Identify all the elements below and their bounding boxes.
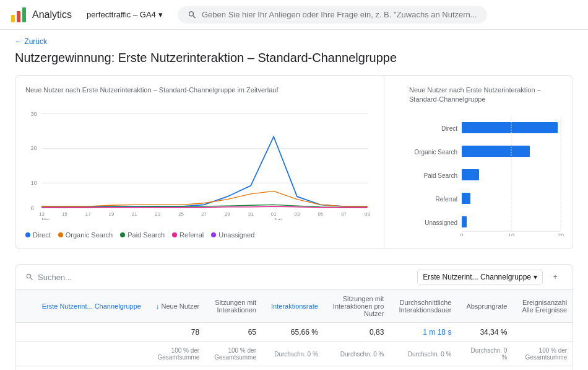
analytics-title: Analytics	[32, 9, 72, 20]
plus-icon: +	[553, 273, 557, 281]
app-header: Analytics perfecttraffic – GA4 ▾	[0, 0, 588, 30]
legend-referral-dot	[172, 232, 177, 237]
filter-dropdown-icon: ▾	[534, 273, 537, 281]
row1-sitzungen: 45	[207, 366, 264, 370]
sub-absprung: Durchschn. 0 %	[459, 342, 514, 366]
svg-text:23: 23	[155, 211, 160, 217]
row1-ereignisse	[514, 366, 573, 370]
search-small-icon	[25, 273, 34, 281]
svg-text:10: 10	[31, 180, 37, 186]
sub-ereignisse: 100 % der Gesamtsumme	[514, 342, 573, 366]
col-ereignisse[interactable]: EreignisanzahlAlle Ereignisse	[514, 290, 573, 323]
svg-text:21: 21	[132, 211, 137, 217]
svg-rect-0	[11, 15, 15, 22]
total-channel	[35, 323, 149, 342]
total-row: 78 65 65,66 % 0,83 1 m 18 s 34,34 %	[15, 323, 573, 342]
col-channel[interactable]: Erste Nutzerint... Channelgruppe	[35, 290, 149, 323]
svg-text:Paid Search: Paid Search	[424, 172, 457, 179]
svg-text:29: 29	[225, 211, 230, 217]
total-dauer: 1 m 18 s	[391, 323, 459, 342]
svg-rect-33	[462, 169, 479, 180]
line-chart-legend: Direct Organic Search Paid Search Referr…	[25, 231, 374, 239]
svg-text:20: 20	[558, 232, 564, 236]
col-interaktionsrate[interactable]: Interaktionsrate	[264, 290, 326, 323]
svg-text:27: 27	[201, 211, 207, 217]
total-sitzungen: 65	[207, 323, 264, 342]
col-absprung[interactable]: Absprungrate	[459, 290, 514, 323]
svg-rect-2	[22, 7, 26, 22]
svg-text:03: 03	[295, 211, 300, 217]
sub-num: -	[15, 342, 35, 366]
search-bar[interactable]	[178, 6, 487, 24]
svg-text:30: 30	[31, 111, 37, 117]
sub-sitzungen: 100 % der Gesamtsumme	[207, 342, 264, 366]
bar-chart-svg: Direct Organic Search Paid Search Referr…	[409, 112, 570, 236]
total-absprung: 34,34 %	[459, 323, 514, 342]
svg-text:05: 05	[318, 211, 323, 217]
col-dauer[interactable]: DurchschnittlicheInteraktionsdauer	[391, 290, 459, 323]
col-sitzungen[interactable]: Sitzungen mitInteraktionen	[207, 290, 264, 323]
logo-area: Analytics	[10, 6, 72, 24]
row1-channel[interactable]: Direct	[35, 366, 149, 370]
svg-text:10: 10	[508, 232, 514, 236]
sub-channel	[35, 342, 149, 366]
filter-label: Erste Nutzerint... Channelgruppe	[423, 273, 531, 281]
svg-text:Unassigned: Unassigned	[425, 219, 457, 226]
col-sitzungen-pro[interactable]: Sitzungen mitInteraktionen proNutzer	[326, 290, 392, 323]
legend-direct-label: Direct	[33, 231, 51, 239]
dropdown-arrow-icon: ▾	[158, 10, 163, 19]
table-filter-dropdown[interactable]: Erste Nutzerint... Channelgruppe ▾	[417, 270, 543, 284]
svg-text:20: 20	[31, 146, 37, 152]
legend-referral: Referral	[172, 231, 204, 239]
legend-unassigned: Unassigned	[211, 231, 254, 239]
svg-text:15: 15	[62, 211, 67, 217]
table-toolbar: Suchen... Erste Nutzerint... Channelgrup…	[15, 265, 573, 290]
legend-referral-label: Referral	[179, 231, 204, 239]
row1-num: 1	[15, 366, 35, 370]
table-header-row: Erste Nutzerint... Channelgruppe ↓ Neue …	[15, 290, 573, 323]
svg-text:01: 01	[271, 211, 277, 217]
breadcrumb[interactable]: ← Zurück	[0, 30, 588, 48]
search-input[interactable]	[202, 10, 477, 19]
search-placeholder-text: Suchen...	[38, 273, 72, 282]
legend-direct: Direct	[25, 231, 51, 239]
svg-text:25: 25	[178, 211, 184, 217]
table-section: Suchen... Erste Nutzerint... Channelgrup…	[15, 264, 573, 370]
table-row: 1 Direct 52 45 68,18 % 0,87 1 m 20 s 31,…	[15, 366, 573, 370]
sub-dauer: Durchschn. 0 %	[391, 342, 459, 366]
svg-text:09: 09	[365, 211, 370, 217]
svg-rect-29	[462, 122, 558, 133]
row1-interaktionsrate: 68,18 %	[264, 366, 326, 370]
data-table: Erste Nutzerint... Channelgruppe ↓ Neue …	[15, 290, 573, 370]
svg-text:0: 0	[31, 206, 34, 212]
legend-paid-dot	[120, 232, 125, 237]
analytics-logo-icon	[10, 6, 27, 24]
total-num	[15, 323, 35, 342]
svg-text:19: 19	[109, 211, 115, 217]
add-dimension-button[interactable]: +	[548, 270, 563, 284]
svg-rect-31	[462, 146, 530, 157]
svg-text:Mai: Mai	[41, 217, 50, 220]
property-name: perfecttraffic – GA4	[87, 10, 156, 19]
row1-neue-nutzer: 52	[149, 366, 207, 370]
table-search[interactable]: Suchen...	[25, 273, 412, 282]
sub-neue-nutzer: 100 % der Gesamtsumme	[149, 342, 207, 366]
legend-unassigned-label: Unassigned	[218, 231, 254, 239]
svg-text:Referral: Referral	[435, 196, 457, 203]
legend-unassigned-dot	[211, 232, 216, 237]
line-chart-svg: 30 20 10 0	[25, 102, 374, 220]
total-ereignisse	[514, 323, 573, 342]
legend-organic: Organic Search	[58, 231, 113, 239]
page-title: Nutzergewinnung: Erste Nutzerinteraktion…	[0, 48, 588, 75]
svg-text:31: 31	[248, 211, 254, 217]
row1-dauer: 1 m 20 s	[391, 366, 459, 370]
total-sitzungen-pro: 0,83	[326, 323, 392, 342]
total-neue-nutzer: 78	[149, 323, 207, 342]
svg-text:Organic Search: Organic Search	[415, 149, 457, 156]
property-selector[interactable]: perfecttraffic – GA4 ▾	[82, 7, 168, 22]
legend-paid: Paid Search	[120, 231, 165, 239]
svg-text:Direct: Direct	[441, 125, 457, 132]
row1-sitzungen-pro: 0,87	[326, 366, 392, 370]
col-neue-nutzer[interactable]: ↓ Neue Nutzer	[149, 290, 207, 323]
bar-chart-section: Neue Nutzer nach Erste Nutzerinteraktion…	[399, 76, 573, 249]
